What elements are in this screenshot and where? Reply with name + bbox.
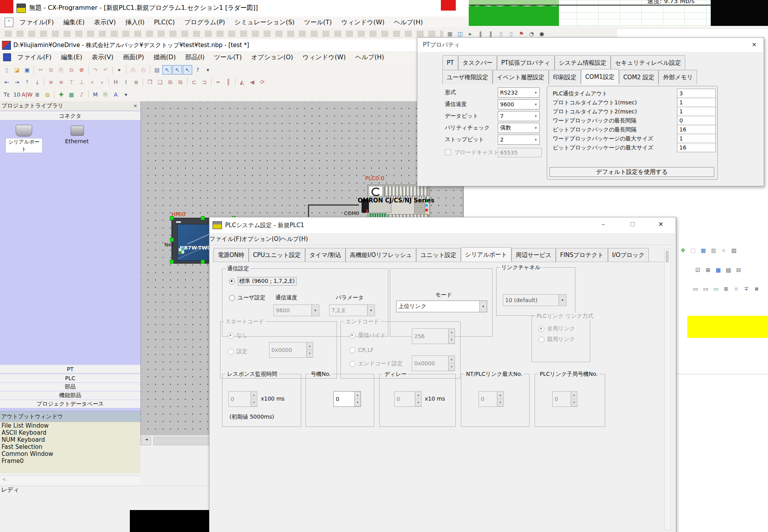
print-icon[interactable]: ⎙ (138, 65, 148, 75)
pt-format-dropdown[interactable]: RS232▾ (498, 87, 540, 98)
panel-bar-parts[interactable]: 部品 (0, 382, 140, 391)
cx-menu-item-3[interactable]: 挿入(I) (120, 17, 149, 28)
toolbar3-more-icon[interactable]: ▾ (121, 90, 131, 99)
flip-h-icon[interactable]: ◀ (248, 77, 257, 87)
output-list-item-4[interactable]: Common Window (0, 450, 140, 457)
cell-icon[interactable]: ▭ (691, 284, 700, 293)
library-item-ethernet[interactable]: Ethernet (59, 124, 95, 152)
select-all-icon[interactable]: ↖ (183, 65, 192, 75)
user-settings-radio[interactable]: ユーザ設定 (229, 294, 266, 301)
find-part-icon[interactable]: A (111, 90, 120, 99)
align-right-icon[interactable]: ≡ (56, 77, 66, 87)
remove-row-icon[interactable]: ⊟ (734, 265, 743, 275)
center-v-icon[interactable]: ⫟ (97, 77, 107, 87)
output-list-item-0[interactable]: File List Window (0, 422, 140, 429)
nb-menu-item-2[interactable]: 表示(V) (87, 52, 118, 63)
pt-adv-input[interactable]: 3 (677, 89, 716, 98)
group-icon[interactable]: ⊏ (189, 77, 199, 87)
pt-tab-1[interactable]: タスクバー (458, 55, 497, 70)
nudge-down-icon[interactable]: ⤓ (33, 77, 42, 87)
nb-menu-item-7[interactable]: オプション(O) (246, 52, 298, 63)
function-key-icon[interactable]: ◍ (43, 90, 52, 99)
nudge-up-icon[interactable]: ⤒ (22, 77, 32, 87)
library-item-serial-port[interactable]: シリアルポート (5, 124, 42, 152)
download-icon[interactable]: ⬚ (688, 246, 698, 255)
rows-icon[interactable]: ≣ (721, 284, 731, 293)
bit-lamp-icon[interactable]: 10 (12, 90, 22, 99)
cx-menu-item-5[interactable]: プログラム(P) (180, 17, 230, 28)
same-size-icon[interactable]: ⧈ (131, 77, 141, 87)
compile-icon[interactable]: ✥ (678, 246, 688, 255)
nudge-left-icon[interactable]: ⇤ (2, 77, 11, 87)
clipboard-icon[interactable]: ⎘ (101, 90, 110, 99)
sound-icon[interactable]: ♪ (77, 90, 86, 99)
table-icon[interactable]: ▥ (709, 246, 718, 255)
cx-toolbar[interactable] (0, 28, 443, 40)
macro-icon[interactable]: M (91, 90, 100, 99)
use-default-settings-button[interactable]: デフォルト設定を使用する (550, 167, 714, 177)
pt-adv-input[interactable]: 1 (677, 107, 716, 116)
output-list-item-5[interactable]: Frame0 (0, 457, 140, 465)
nb-menu-item-0[interactable]: ファイル(F) (13, 52, 56, 63)
plc-menu-item-0[interactable]: ファイル(F) (209, 235, 242, 243)
plc-tab-6[interactable]: 周辺サービス (511, 248, 556, 262)
nb-menu-item-1[interactable]: 編集(E) (56, 52, 87, 63)
panel-bar-pt[interactable]: PT (0, 364, 140, 373)
cell-green-icon[interactable]: ▭ (711, 284, 721, 293)
output-list-item-1[interactable]: ASCII Keyboard (0, 429, 140, 436)
minmax-icon[interactable]: ∓ (742, 284, 751, 293)
close-icon[interactable]: ✕ (658, 220, 663, 228)
pt-tab-5[interactable]: 外部メモリ (659, 70, 697, 84)
pt-tab-3[interactable]: システム情報設定 (555, 55, 611, 70)
select-mode-icon[interactable]: ↖ (162, 65, 172, 75)
grid-icon[interactable]: ⌗ (719, 246, 728, 255)
paste-icon[interactable]: ⎘ (56, 65, 66, 75)
simulate-icon[interactable]: ▦ (699, 246, 708, 255)
cell2-icon[interactable]: ▭ (701, 284, 710, 293)
insert-row-icon[interactable]: ⊞ (703, 265, 713, 275)
cx-menu-item-7[interactable]: ツール(T) (299, 17, 337, 28)
cx-menu-item-1[interactable]: 編集(E) (58, 17, 89, 28)
save-icon[interactable]: ▣ (22, 65, 32, 75)
text-part-icon[interactable]: Tᴇ (2, 90, 11, 99)
nb-menu-item-3[interactable]: 画面(P) (118, 52, 149, 63)
plc-tab-3[interactable]: 高機能I/Oリフレッシュ (346, 248, 416, 262)
pt-tab-4[interactable]: COM2 設定 (619, 70, 659, 84)
plc-tab-7[interactable]: FINSプロテクト (556, 248, 608, 262)
pt-adv-input[interactable]: 16 (677, 143, 716, 152)
align-bottom-icon[interactable]: ⊥ (77, 77, 86, 87)
add-image-icon[interactable]: ✚ (56, 90, 66, 99)
address-card-icon[interactable]: ▤ (152, 65, 162, 75)
center-h-icon[interactable]: ⫞ (87, 77, 96, 87)
connector-section-header[interactable]: コネクタ (0, 111, 140, 120)
pt-adv-input[interactable]: 16 (677, 125, 716, 134)
library-close-icon[interactable]: ✕ (133, 103, 140, 109)
cx-menu-item-6[interactable]: シミュレーション(S) (230, 17, 299, 28)
grid-blue-icon[interactable]: ⌗ (732, 284, 741, 293)
ungroup-icon[interactable]: ⊐ (200, 77, 209, 87)
cx-menu-item-9[interactable]: ヘルプ(H) (389, 17, 428, 28)
same-height-icon[interactable]: I (121, 77, 131, 87)
pt-dialog-close-icon[interactable]: ✕ (752, 41, 763, 48)
find-icon[interactable]: ⌖ (115, 65, 124, 75)
cx-menu-item-4[interactable]: PLC(C) (149, 17, 179, 28)
pattern-icon[interactable]: ▨ (729, 246, 739, 255)
width-icon[interactable]: ═ (213, 77, 223, 87)
maximize-icon[interactable]: ▢ (630, 220, 635, 227)
pt-parity-dropdown[interactable]: 偶数▾ (498, 123, 540, 133)
cut-icon[interactable]: ✂ (36, 65, 45, 75)
height-icon[interactable]: ║ (224, 77, 233, 87)
plc-tab-8[interactable]: I/Oブロック (608, 248, 649, 262)
plc-tab-1[interactable]: CPUユニット設定 (249, 248, 305, 262)
check-icon[interactable]: ☑ (693, 265, 702, 275)
plc-menu-item-2[interactable]: ヘルプ(H) (281, 235, 308, 243)
pt-tab-0[interactable]: ユーザ権限設定 (442, 70, 493, 84)
select-window-icon[interactable]: ↖ (173, 65, 182, 75)
panel-bar-project-database[interactable]: プロジェクトデータベース (0, 399, 140, 408)
mode-dropdown[interactable]: 上位リンク▾ (396, 301, 487, 312)
toolbar-more-icon[interactable]: ▾ (203, 65, 213, 75)
help-icon[interactable]: ? (193, 65, 202, 75)
backward-icon[interactable]: ⧉ (176, 77, 185, 87)
cx-menu-item-8[interactable]: ウィンドウ(W) (337, 17, 389, 28)
delete-icon[interactable]: ⊘ (77, 65, 86, 75)
